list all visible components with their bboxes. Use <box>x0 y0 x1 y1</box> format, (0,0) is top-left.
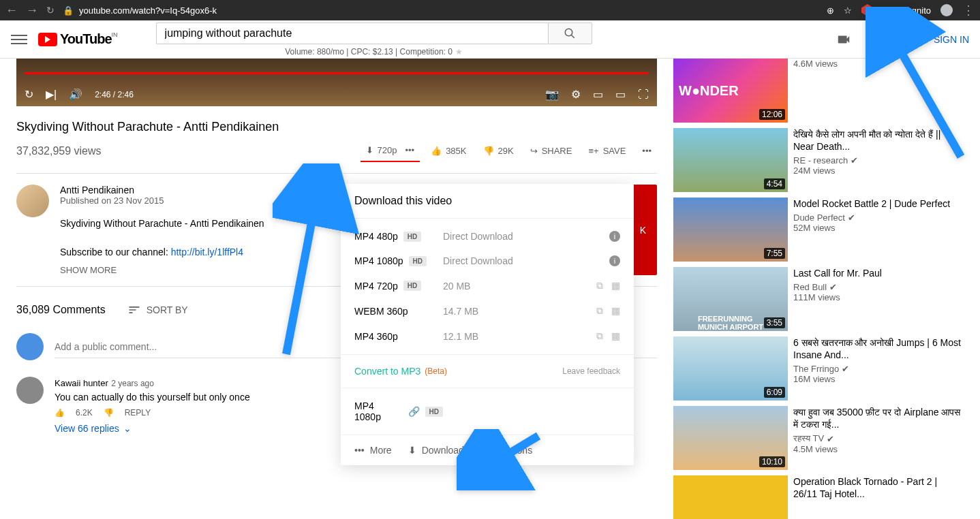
hd-badge: HD <box>425 407 443 417</box>
reply-button[interactable]: REPLY <box>125 408 151 418</box>
info-icon[interactable]: i <box>609 231 620 242</box>
progress-bar[interactable] <box>25 72 649 74</box>
download-row[interactable]: MP4 480pHD Direct Download i <box>341 224 634 249</box>
settings-icon[interactable]: ⚙ <box>571 88 581 101</box>
more-button[interactable]: •••More <box>354 445 392 456</box>
duration-badge: 10:10 <box>759 456 785 467</box>
download-row[interactable]: MP4 1080pHD Direct Download i <box>341 249 634 273</box>
copy-icon[interactable]: ⧉ <box>596 330 603 342</box>
download-action[interactable]: ⬇ 720p ••• <box>361 140 420 162</box>
download-row[interactable]: MP4 720pHD 20 MB ⧉▦ <box>341 273 634 298</box>
duration-badge: 12:06 <box>759 109 785 120</box>
comment-date: 2 years ago <box>111 379 154 388</box>
rec-channel: Dude Perfect ✔ <box>793 213 964 223</box>
volume-icon[interactable]: 🔊 <box>69 88 82 101</box>
rec-views: 111M views <box>793 292 964 302</box>
replay-icon[interactable]: ↻ <box>25 88 33 101</box>
rec-title: Last Call for Mr. Paul <box>793 267 964 279</box>
next-icon[interactable]: ▶| <box>46 88 57 101</box>
duration-badge: 3:55 <box>764 317 785 328</box>
star-icon[interactable]: ☆ <box>844 5 852 16</box>
feedback-link[interactable]: Leave feedback <box>562 366 620 376</box>
more-actions[interactable]: ••• <box>637 140 657 161</box>
annotation-arrow <box>866 7 975 166</box>
comment-author[interactable]: Kawaii hunter <box>55 378 108 388</box>
verified-icon: ✔ <box>827 434 834 444</box>
zoom-icon[interactable]: ⊕ <box>827 5 834 16</box>
download-row[interactable]: WEBM 360p 14.7 MB ⧉▦ <box>341 298 634 324</box>
player-time: 2:46 / 2:46 <box>95 90 134 99</box>
yt-header: YouTubeIN Volume: 880/mo | CPC: $2.13 | … <box>0 20 980 59</box>
popup-title: Download this video <box>341 184 634 219</box>
svg-line-1 <box>571 35 575 38</box>
video-thumbnail: 7:55 <box>673 198 788 262</box>
save-button[interactable]: ≡+SAVE <box>583 140 631 161</box>
qr-icon[interactable]: ▦ <box>611 305 620 317</box>
hd-badge: HD <box>409 256 427 266</box>
video-thumbnail: FREERUNNINGMUNICH AIRPORT3:55 <box>673 267 788 331</box>
video-thumbnail: 10:10 <box>673 406 788 470</box>
qr-icon[interactable]: ▦ <box>611 280 620 292</box>
qr-icon[interactable]: ▦ <box>611 330 620 342</box>
svg-line-16 <box>879 14 961 157</box>
like-button[interactable]: 👍385K <box>425 140 472 161</box>
duration-badge: 6:09 <box>764 387 785 398</box>
youtube-logo[interactable]: YouTubeIN <box>38 31 118 47</box>
thumbs-down-icon[interactable]: 👎 <box>104 408 114 418</box>
duration-badge: 4:54 <box>764 178 785 189</box>
download-row[interactable]: MP4 360p 12.1 MB ⧉▦ <box>341 324 634 349</box>
lock-icon: 🔒 <box>63 5 74 16</box>
video-thumbnail: 4:54 <box>673 128 788 192</box>
dislike-button[interactable]: 👎29K <box>478 140 519 161</box>
recommendation-item[interactable]: FREERUNNINGMUNICH AIRPORT3:55 Last Call … <box>673 267 964 331</box>
recommendation-item[interactable]: 7:55 Model Rocket Battle 2 | Dude Perfec… <box>673 198 964 262</box>
description-link[interactable]: http://bit.ly/1lffPl4 <box>171 247 243 257</box>
share-icon: ↪ <box>530 146 538 156</box>
info-icon[interactable]: i <box>609 255 620 266</box>
camera-icon[interactable]: 📷 <box>545 88 559 101</box>
download-popup: Download this video MP4 480pHD Direct Do… <box>341 184 634 465</box>
thumbs-up-icon[interactable]: 👍 <box>55 408 65 418</box>
save-icon: ≡+ <box>588 146 598 156</box>
forward-button[interactable]: → <box>26 3 38 18</box>
miniplayer-icon[interactable]: ▭ <box>593 88 603 101</box>
recommendation-item[interactable]: 6:09 6 सबसे खतरनाक और अनोखी Jumps | 6 Mo… <box>673 336 964 400</box>
copy-icon[interactable]: ⧉ <box>596 305 603 317</box>
duration-badge: 7:55 <box>764 248 785 259</box>
svg-line-12 <box>286 177 320 354</box>
share-button[interactable]: ↪SHARE <box>525 140 578 161</box>
sort-button[interactable]: SORT BY <box>127 303 188 317</box>
copy-icon[interactable]: ⧉ <box>596 280 603 292</box>
sort-icon <box>127 303 141 317</box>
verified-icon: ✔ <box>842 364 849 374</box>
channel-avatar[interactable] <box>16 185 49 217</box>
search-button[interactable] <box>548 22 592 44</box>
back-button[interactable]: ← <box>5 3 18 18</box>
video-thumbnail: W●NDER12:06 <box>673 59 788 123</box>
commenter-avatar[interactable] <box>16 377 44 404</box>
download-row[interactable]: MP4 1080p 🔗 HD <box>341 394 634 429</box>
url-text[interactable]: youtube.com/watch?v=Iq-54gox6-k <box>79 5 217 16</box>
video-thumbnail <box>673 475 788 519</box>
rec-views: 4.5M views <box>793 444 964 454</box>
search-icon <box>564 27 576 40</box>
rec-title: क्या हुवा जब 35000 फ़ीट पर दो Airplane आ… <box>793 406 964 430</box>
create-video-icon[interactable] <box>836 31 852 48</box>
reload-button[interactable]: ↻ <box>46 5 55 16</box>
verified-icon: ✔ <box>848 213 855 223</box>
rec-views: 16M views <box>793 374 964 384</box>
beta-badge: (Beta) <box>425 366 447 376</box>
search-input[interactable] <box>156 22 548 44</box>
verified-icon: ✔ <box>829 282 837 292</box>
svg-line-14 <box>470 436 538 477</box>
thumbs-down-icon: 👎 <box>483 146 494 156</box>
theater-icon[interactable]: ▭ <box>615 88 626 101</box>
fullscreen-icon[interactable]: ⛶ <box>638 89 649 101</box>
description-line: Subscribe to our channel: <box>60 247 171 257</box>
recommendation-item[interactable]: 10:10 क्या हुवा जब 35000 फ़ीट पर दो Airp… <box>673 406 964 470</box>
download-icon: ⬇ <box>366 145 373 155</box>
menu-button[interactable] <box>11 31 27 48</box>
rec-channel: The Frringo ✔ <box>793 364 964 374</box>
video-player[interactable]: ↻ ▶| 🔊 2:46 / 2:46 📷 ⚙ ▭ ▭ ⛶ <box>16 59 657 106</box>
recommendation-item[interactable]: Operation Black Tornado - Part 2 | 26/11… <box>673 475 964 519</box>
